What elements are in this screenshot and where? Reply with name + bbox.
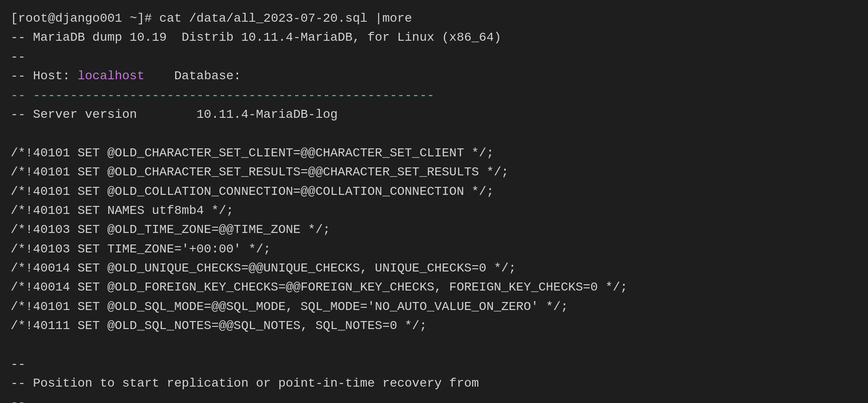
prompt-space: ~ <box>122 12 137 25</box>
line-set-8: /*!40014 SET @OLD_FOREIGN_KEY_CHECKS=@@F… <box>11 278 857 297</box>
prompt-host: django001 <box>55 12 122 25</box>
prompt-bracket-close: ] <box>137 12 145 25</box>
line-mariadb-dump: -- MariaDB dump 10.19 Distrib 10.11.4-Ma… <box>11 28 857 47</box>
line-separator: -- -------------------------------------… <box>11 86 857 105</box>
empty-line-1 <box>11 124 857 143</box>
line-host: -- Host: localhost Database: <box>11 66 857 85</box>
host-value: localhost <box>77 69 144 83</box>
prompt-hash: # <box>145 12 160 25</box>
prompt-user: root <box>18 12 48 25</box>
host-prefix: -- Host: <box>11 69 77 83</box>
line-dash-1: -- <box>11 47 857 66</box>
line-position-comment: -- Position to start replication or poin… <box>11 374 857 393</box>
line-set-5: /*!40103 SET @OLD_TIME_ZONE=@@TIME_ZONE … <box>11 220 857 239</box>
line-dash-2: -- <box>11 355 857 374</box>
terminal-window: [root@django001 ~]# cat /data/all_2023-0… <box>0 0 868 403</box>
line-set-10: /*!40111 SET @OLD_SQL_NOTES=@@SQL_NOTES,… <box>11 316 857 335</box>
host-suffix: Database: <box>144 69 241 83</box>
line-server-version: -- Server version 10.11.4-MariaDB-log <box>11 105 857 124</box>
line-set-3: /*!40101 SET @OLD_COLLATION_CONNECTION=@… <box>11 182 857 201</box>
prompt-at: @ <box>48 12 55 25</box>
line-set-9: /*!40101 SET @OLD_SQL_MODE=@@SQL_MODE, S… <box>11 297 857 316</box>
line-set-7: /*!40014 SET @OLD_UNIQUE_CHECKS=@@UNIQUE… <box>11 259 857 278</box>
prompt-line: [root@django001 ~]# cat /data/all_2023-0… <box>11 9 857 28</box>
line-set-1: /*!40101 SET @OLD_CHARACTER_SET_CLIENT=@… <box>11 143 857 163</box>
line-set-6: /*!40103 SET TIME_ZONE='+00:00' */; <box>11 240 857 259</box>
prompt-command: cat /data/all_2023-07-20.sql |more <box>159 12 412 25</box>
line-set-4: /*!40101 SET NAMES utf8mb4 */; <box>11 201 857 220</box>
empty-line-2 <box>11 336 857 355</box>
prompt-bracket-open: [ <box>11 12 18 25</box>
line-dash-3: -- <box>11 393 857 403</box>
line-set-2: /*!40101 SET @OLD_CHARACTER_SET_RESULTS=… <box>11 163 857 182</box>
